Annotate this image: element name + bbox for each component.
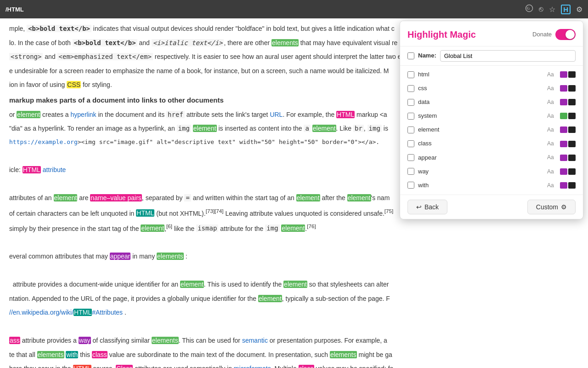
item-aa-html: Aa — [547, 70, 556, 79]
list-item: appear Aa — [400, 151, 583, 165]
color-bg-system[interactable] — [568, 113, 576, 119]
item-colors-element — [560, 126, 576, 133]
browser-icons: G ⎋ ☆ H ⚙ — [525, 4, 582, 14]
item-name-element: element — [418, 125, 543, 135]
plugin-icon[interactable]: H — [561, 5, 571, 14]
panel-footer: ↩ Back Custom ⚙ — [400, 195, 583, 219]
item-aa-way: Aa — [547, 167, 556, 176]
item-name-way: way — [418, 167, 543, 177]
custom-button[interactable]: Custom ⚙ — [527, 200, 576, 214]
item-name-with: with — [418, 180, 543, 190]
color-text-html[interactable] — [560, 71, 567, 78]
item-colors-appear — [560, 155, 576, 161]
item-name-elements: elements — [418, 194, 543, 195]
toggle-knob — [565, 30, 575, 39]
item-checkbox-system[interactable] — [407, 113, 414, 120]
share-icon[interactable]: ⎋ — [539, 5, 543, 13]
list-item: with Aa — [400, 178, 583, 192]
item-name-data: data — [418, 97, 543, 107]
item-name-appear: appear — [418, 153, 543, 163]
puzzle-icon[interactable]: ⚙ — [576, 5, 582, 14]
item-aa-css: Aa — [547, 84, 556, 93]
list-item: elements Aa — [400, 192, 583, 195]
item-checkbox-data[interactable] — [407, 99, 414, 106]
item-aa-data: Aa — [547, 98, 556, 107]
item-colors-data — [560, 99, 576, 105]
color-bg-class[interactable] — [568, 141, 576, 147]
item-name-class: class — [418, 138, 543, 149]
panel-title: Highlight Magic — [407, 27, 476, 42]
list-item: element Aa — [400, 123, 583, 137]
name-label: Name: — [418, 51, 436, 61]
name-row: Name: — [400, 46, 583, 66]
item-name-css: css — [418, 83, 543, 93]
list-item: system Aa — [400, 109, 583, 123]
items-list: html Aa css Aa data Aa — [400, 66, 583, 195]
panel-header: Highlight Magic Donate — [400, 21, 583, 46]
list-item: html Aa — [400, 68, 583, 81]
back-label: Back — [424, 203, 439, 211]
item-aa-system: Aa — [547, 111, 556, 121]
color-bg-css[interactable] — [568, 85, 576, 92]
list-item: data Aa — [400, 95, 583, 109]
item-checkbox-appear[interactable] — [407, 154, 414, 161]
list-item: way Aa — [400, 165, 583, 178]
custom-label: Custom — [536, 203, 558, 211]
color-text-system[interactable] — [560, 113, 567, 119]
color-bg-appear[interactable] — [568, 155, 576, 161]
content-area: mple, <b>bold text</b> indicates that vi… — [0, 18, 588, 368]
list-item: css Aa — [400, 81, 583, 95]
color-bg-data[interactable] — [568, 99, 576, 105]
item-aa-appear: Aa — [547, 153, 556, 162]
item-checkbox-class[interactable] — [407, 140, 414, 147]
list-item: class Aa — [400, 137, 583, 150]
item-colors-with — [560, 182, 576, 189]
plugin-panel: Highlight Magic Donate Name: html Aa — [400, 21, 583, 219]
donate-area: Donate — [532, 29, 576, 40]
item-aa-element: Aa — [547, 125, 556, 134]
item-checkbox-html[interactable] — [407, 71, 414, 78]
item-aa-class: Aa — [547, 139, 556, 148]
item-checkbox-with[interactable] — [407, 182, 414, 189]
color-text-element[interactable] — [560, 126, 567, 133]
color-bg-html[interactable] — [568, 71, 576, 78]
name-checkbox[interactable] — [407, 52, 414, 59]
svg-text:G: G — [527, 6, 530, 11]
color-bg-with[interactable] — [568, 182, 576, 189]
item-colors-class — [560, 141, 576, 147]
color-bg-way[interactable] — [568, 168, 576, 175]
item-colors-css — [560, 85, 576, 92]
item-colors-system — [560, 113, 576, 119]
item-checkbox-css[interactable] — [407, 85, 414, 92]
browser-bar: /HTML G ⎋ ☆ H ⚙ — [0, 0, 588, 18]
color-bg-element[interactable] — [568, 126, 576, 133]
power-toggle[interactable] — [555, 29, 576, 40]
item-aa-with: Aa — [547, 181, 556, 190]
settings-icon: ⚙ — [561, 203, 567, 211]
item-colors-html — [560, 71, 576, 78]
back-arrow-icon: ↩ — [416, 203, 422, 211]
item-colors-way — [560, 168, 576, 175]
color-text-css[interactable] — [560, 85, 567, 92]
color-text-data[interactable] — [560, 99, 567, 105]
name-input[interactable] — [440, 50, 576, 62]
item-name-html: html — [418, 69, 543, 80]
color-text-with[interactable] — [560, 182, 567, 189]
back-button[interactable]: ↩ Back — [407, 200, 447, 214]
browser-title: /HTML — [6, 6, 24, 13]
star-icon[interactable]: ☆ — [549, 5, 555, 14]
google-icon[interactable]: G — [525, 4, 533, 14]
item-checkbox-element[interactable] — [407, 126, 414, 133]
color-text-way[interactable] — [560, 168, 567, 175]
color-text-class[interactable] — [560, 141, 567, 147]
donate-label: Donate — [532, 29, 552, 40]
item-checkbox-way[interactable] — [407, 168, 414, 175]
color-text-appear[interactable] — [560, 155, 567, 161]
item-name-system: system — [418, 111, 543, 121]
